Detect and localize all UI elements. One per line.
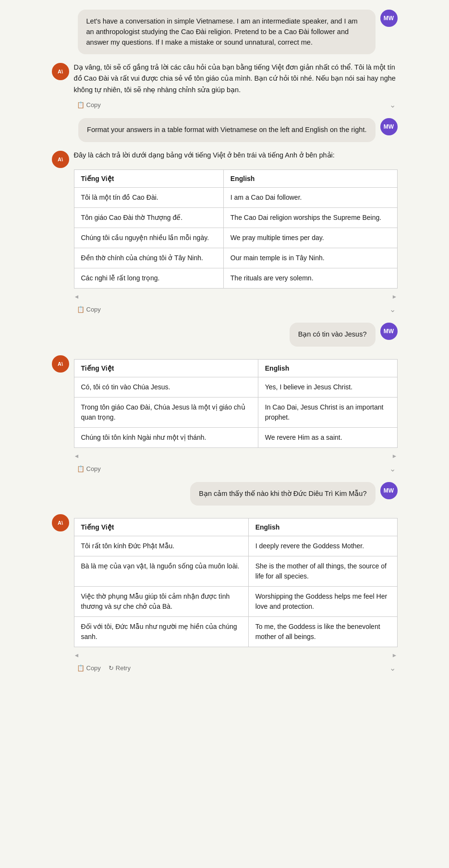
- table-cell: Chúng tôi tôn kính Ngài như một vị thánh…: [74, 427, 258, 447]
- copy-button-1[interactable]: 📋 Copy: [74, 99, 104, 110]
- table-row: Đền thờ chính của chúng tôi ở Tây Ninh. …: [74, 248, 397, 268]
- scroll-indicator-4: ◄ ►: [74, 652, 398, 659]
- ai-avatar-4: A\: [52, 514, 69, 531]
- table4-header-viet: Tiếng Việt: [74, 518, 248, 536]
- response-table-3: Tiếng Việt English Có, tôi có tin vào Ch…: [74, 359, 398, 448]
- ai-content-4: Tiếng Việt English Tôi rất tôn kính Đức …: [74, 513, 398, 674]
- user-avatar-4: MW: [380, 482, 398, 499]
- scroll-right-3[interactable]: ►: [392, 453, 398, 459]
- response-table-2: Tiếng Việt English Tôi là một tín đồ Cao…: [74, 169, 398, 289]
- ai-message-row-1: A\ Dạ vâng, tôi sẽ cố gắng trả lời các c…: [52, 62, 398, 110]
- user-avatar-label-1: MW: [384, 15, 394, 22]
- copy-icon-2: 📋: [77, 306, 85, 313]
- scroll-left-3[interactable]: ◄: [74, 453, 80, 459]
- scroll-indicator-3: ◄ ►: [74, 453, 398, 459]
- table2-header-english: English: [223, 169, 397, 187]
- table-wrapper-2[interactable]: Tiếng Việt English Tôi là một tín đồ Cao…: [74, 165, 398, 301]
- table-cell: Tôn giáo Cao Đài thờ Thượng đế.: [74, 207, 223, 228]
- table-row: Các nghi lễ rất long trọng. The rituals …: [74, 268, 397, 288]
- table-row: Chúng tôi tôn kính Ngài như một vị thánh…: [74, 427, 397, 447]
- table-row: Bà là mẹ của vạn vật, là nguồn sống của …: [74, 556, 397, 587]
- copy-button-4[interactable]: 📋 Copy: [74, 663, 104, 674]
- user-avatar-label-2: MW: [384, 123, 394, 130]
- table-row: Trong tôn giáo Cao Đài, Chúa Jesus là mộ…: [74, 397, 397, 427]
- ai-message-row-2: A\ Đây là cách trả lời dưới dạng bảng vớ…: [52, 150, 398, 315]
- thumbdown-button-2[interactable]: ⌄: [388, 304, 398, 315]
- table-row: Có, tôi có tin vào Chúa Jesus. Yes, I be…: [74, 377, 397, 397]
- table-cell: In Cao Dai, Jesus Christ is an important…: [258, 397, 397, 427]
- table-cell: Tôi rất tôn kính Đức Phật Mẫu.: [74, 536, 248, 556]
- action-bar-right-3: ⌄: [388, 463, 398, 474]
- thumbdown-button-4[interactable]: ⌄: [388, 663, 398, 674]
- copy-label-3: Copy: [86, 465, 101, 472]
- user-text-3: Bạn có tin vào Jesus?: [298, 330, 367, 338]
- scroll-indicator-2: ◄ ►: [74, 293, 398, 300]
- table-wrapper-3[interactable]: Tiếng Việt English Có, tôi có tin vào Ch…: [74, 354, 398, 460]
- scroll-right-2[interactable]: ►: [392, 293, 398, 300]
- user-message-row-3: Bạn có tin vào Jesus? MW: [52, 323, 398, 347]
- ai-intro-2: Đây là cách trả lời dưới dạng bảng với t…: [74, 150, 398, 161]
- ai-message-row-3: A\ Tiếng Việt English Có, tôi có tin vào…: [52, 354, 398, 474]
- action-bar-2: 📋 Copy ⌄: [74, 304, 398, 315]
- user-bubble-2: Format your answers in a table format wi…: [78, 118, 375, 142]
- table3-header-english: English: [258, 359, 397, 377]
- thumbdown-button-1[interactable]: ⌄: [388, 99, 398, 110]
- table-row: Tôi rất tôn kính Đức Phật Mẫu. I deeply …: [74, 536, 397, 556]
- ai-avatar-label-2: A\: [58, 157, 63, 162]
- table-cell: Đền thờ chính của chúng tôi ở Tây Ninh.: [74, 248, 223, 268]
- table-cell: Bà là mẹ của vạn vật, là nguồn sống của …: [74, 556, 248, 587]
- table-row: Chúng tôi cầu nguyện nhiều lần mỗi ngày.…: [74, 228, 397, 248]
- copy-label-1: Copy: [86, 101, 101, 108]
- ai-message-row-4: A\ Tiếng Việt English Tôi rất tôn kính Đ…: [52, 513, 398, 674]
- ai-text-1: Dạ vâng, tôi sẽ cố gắng trả lời các câu …: [74, 62, 398, 96]
- user-avatar-label-4: MW: [384, 487, 394, 494]
- retry-icon-4: ↻: [109, 664, 114, 672]
- copy-icon-1: 📋: [77, 101, 85, 108]
- table-cell: We revere Him as a saint.: [258, 427, 397, 447]
- ai-content-1: Dạ vâng, tôi sẽ cố gắng trả lời các câu …: [74, 62, 398, 110]
- action-bar-4: 📋 Copy ↻ Retry ⌄: [74, 663, 398, 674]
- table-cell: Worshipping the Goddess helps me feel He…: [248, 587, 397, 617]
- table-cell: Trong tôn giáo Cao Đài, Chúa Jesus là mộ…: [74, 397, 258, 427]
- user-bubble-4: Bạn cảm thấy thế nào khi thờ Đức Diêu Tr…: [190, 482, 375, 506]
- table-wrapper-4[interactable]: Tiếng Việt English Tôi rất tôn kính Đức …: [74, 513, 398, 660]
- table-cell: I am a Cao Dai follower.: [223, 187, 397, 207]
- table-cell: The Cao Dai religion worships the Suprem…: [223, 207, 397, 228]
- user-bubble-3: Bạn có tin vào Jesus?: [290, 323, 376, 347]
- scroll-right-4[interactable]: ►: [392, 652, 398, 659]
- user-avatar-label-3: MW: [384, 328, 394, 335]
- copy-label-4: Copy: [86, 664, 101, 672]
- thumbdown-button-3[interactable]: ⌄: [388, 463, 398, 474]
- table2-header-viet: Tiếng Việt: [74, 169, 223, 187]
- user-message-row-2: Format your answers in a table format wi…: [52, 118, 398, 142]
- table-cell: I deeply revere the Goddess Mother.: [248, 536, 397, 556]
- action-bar-right-1: ⌄: [388, 99, 398, 110]
- retry-button-4[interactable]: ↻ Retry: [106, 663, 133, 674]
- response-table-4: Tiếng Việt English Tôi rất tôn kính Đức …: [74, 518, 398, 647]
- scroll-left-4[interactable]: ◄: [74, 652, 80, 659]
- copy-label-2: Copy: [86, 306, 101, 313]
- user-text-2: Format your answers in a table format wi…: [87, 126, 366, 133]
- copy-button-3[interactable]: 📋 Copy: [74, 463, 104, 474]
- ai-avatar-1: A\: [52, 63, 69, 80]
- table-cell: She is the mother of all things, the sou…: [248, 556, 397, 587]
- user-message-row-4: Bạn cảm thấy thế nào khi thờ Đức Diêu Tr…: [52, 482, 398, 506]
- ai-avatar-label-4: A\: [58, 520, 63, 526]
- ai-avatar-3: A\: [52, 355, 69, 373]
- chat-container: Let's have a conversation in simple Viet…: [42, 10, 407, 674]
- table-cell: Việc thờ phụng Mẫu giúp tôi cảm nhận đượ…: [74, 587, 248, 617]
- table3-header-viet: Tiếng Việt: [74, 359, 258, 377]
- ai-avatar-label-1: A\: [58, 69, 63, 74]
- ai-avatar-2: A\: [52, 151, 69, 168]
- scroll-left-2[interactable]: ◄: [74, 293, 80, 300]
- user-bubble-1: Let's have a conversation in simple Viet…: [78, 10, 376, 54]
- copy-button-2[interactable]: 📋 Copy: [74, 304, 104, 315]
- ai-content-3: Tiếng Việt English Có, tôi có tin vào Ch…: [74, 354, 398, 474]
- table-cell: Tôi là một tín đồ Cao Đài.: [74, 187, 223, 207]
- table-row: Tôn giáo Cao Đài thờ Thượng đế. The Cao …: [74, 207, 397, 228]
- table-cell: We pray multiple times per day.: [223, 228, 397, 248]
- ai-content-2: Đây là cách trả lời dưới dạng bảng với t…: [74, 150, 398, 315]
- retry-label-4: Retry: [116, 664, 131, 672]
- table-row: Đối với tôi, Đức Mẫu như người mẹ hiền c…: [74, 617, 397, 647]
- user-avatar-2: MW: [380, 118, 398, 135]
